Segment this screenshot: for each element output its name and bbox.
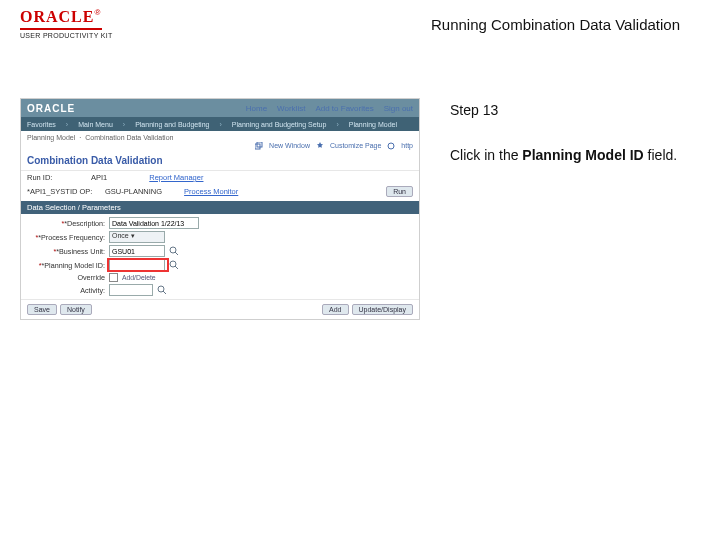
step-instruction: Click in the Planning Model ID field. [450, 146, 700, 165]
app-topbar: ORACLE Home Worklist Add to Favorites Si… [21, 99, 419, 117]
lookup-icon-plmodel[interactable] [169, 260, 179, 270]
tab-crumb: Planning Model · Combination Data Valida… [21, 131, 419, 142]
update-button[interactable]: Update/Display [352, 304, 413, 315]
logo-underline [20, 28, 102, 30]
menu-pb[interactable]: Planning and Budgeting [135, 121, 209, 128]
upk-subtitle: USER PRODUCTIVITY KIT [20, 32, 113, 39]
override-badge: Add/Delete [122, 274, 156, 281]
lookup-icon-busunit[interactable] [169, 246, 179, 256]
procfreq-label: **Process Frequency: [27, 233, 105, 242]
oracle-wordmark: ORACLE [20, 8, 94, 25]
tool-customize[interactable]: Customize Page [330, 142, 381, 151]
busunit-row: *API1_SYSTID OP: GSU-PLANNING Process Mo… [21, 184, 419, 199]
instr-bold: Planning Model ID [522, 147, 643, 163]
params-block: **Description: **Process Frequency: Once… [21, 214, 419, 299]
highlight-box [107, 258, 169, 272]
procfreq-select[interactable]: Once ▾ [109, 231, 165, 243]
business-unit-input[interactable] [109, 245, 165, 257]
page-tools: New Window Customize Page http [21, 142, 419, 153]
customize-icon[interactable] [316, 142, 324, 151]
app-screenshot: ORACLE Home Worklist Add to Favorites Si… [20, 98, 420, 320]
instr-pre: Click in the [450, 147, 522, 163]
run-id-label: Run ID: [27, 173, 85, 182]
notify-button[interactable]: Notify [60, 304, 92, 315]
params-header: Data Selection / Parameters [21, 201, 419, 214]
step-number: Step 13 [450, 102, 700, 118]
override-label: Override [27, 273, 105, 282]
tab-planning-model[interactable]: Planning Model [27, 134, 75, 141]
document-header: ORACLE® USER PRODUCTIVITY KIT Running Co… [0, 0, 720, 56]
instruction-column: Step 13 Click in the Planning Model ID f… [450, 98, 700, 165]
menu-pmodel[interactable]: Planning Model [349, 121, 397, 128]
tool-new-window[interactable]: New Window [269, 142, 310, 151]
instr-post: field. [644, 147, 677, 163]
report-manager-link[interactable]: Report Manager [149, 173, 203, 182]
busunit-label: *API1_SYSTID OP: [27, 187, 99, 196]
busunit-param-label: **Business Unit: [27, 247, 105, 256]
topnav-home[interactable]: Home [246, 104, 267, 113]
app-brand: ORACLE [27, 103, 75, 114]
screenshot-column: ORACLE Home Worklist Add to Favorites Si… [20, 98, 420, 320]
bottom-bar: Save Notify Add Update/Display [21, 299, 419, 319]
process-monitor-link[interactable]: Process Monitor [184, 187, 238, 196]
tab-combo-valid[interactable]: Combination Data Validation [85, 134, 173, 141]
run-id-value: API1 [91, 173, 107, 182]
activity-label: Activity: [27, 286, 105, 295]
override-checkbox[interactable] [109, 273, 118, 282]
document-title: Running Combination Data Validation [431, 16, 680, 33]
svg-line-6 [175, 266, 178, 269]
run-button[interactable]: Run [386, 186, 413, 197]
lookup-icon-activity[interactable] [157, 285, 167, 295]
page-title: Combination Data Validation [21, 153, 419, 171]
new-window-icon[interactable] [255, 142, 263, 151]
breadcrumb-bar: Favorites› Main Menu› Planning and Budge… [21, 117, 419, 131]
topnav-worklist[interactable]: Worklist [277, 104, 305, 113]
menu-favorites[interactable]: Favorites [27, 121, 56, 128]
planning-model-label: **Planning Model ID: [27, 261, 105, 270]
description-input[interactable] [109, 217, 199, 229]
desc-label: **Description: [27, 219, 105, 228]
menu-main[interactable]: Main Menu [78, 121, 113, 128]
run-row: Run ID: API1 Report Manager [21, 171, 419, 184]
topnav-favorites[interactable]: Add to Favorites [315, 104, 373, 113]
busunit-value: GSU-PLANNING [105, 187, 162, 196]
activity-input[interactable] [109, 284, 153, 296]
save-button[interactable]: Save [27, 304, 57, 315]
svg-line-4 [175, 252, 178, 255]
topnav-signout[interactable]: Sign out [384, 104, 413, 113]
tool-http[interactable]: http [401, 142, 413, 151]
add-button[interactable]: Add [322, 304, 348, 315]
menu-pbsetup[interactable]: Planning and Budgeting Setup [232, 121, 327, 128]
http-icon[interactable] [387, 142, 395, 151]
svg-point-2 [388, 143, 394, 149]
svg-line-8 [163, 291, 166, 294]
main-content: ORACLE Home Worklist Add to Favorites Si… [0, 56, 720, 320]
